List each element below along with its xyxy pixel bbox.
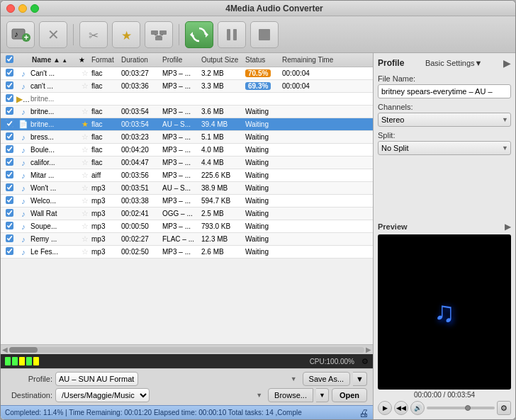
table-row[interactable]: ♪ Can't ... ☆ flac 00:03:27 MP3 – ... 3.… <box>1 67 373 80</box>
header-size[interactable]: Output Size <box>201 56 245 64</box>
right-panel: Profile Basic Settings▼ ▶ File Name: Cha… <box>374 53 515 419</box>
row-checkbox[interactable] <box>6 222 13 229</box>
table-row[interactable]: ♪ Boule... ☆ flac 00:04:20 MP3 – ... 4.0… <box>1 144 373 157</box>
table-row[interactable]: ♪ califor... ☆ flac 00:04:47 MP3 – ... 4… <box>1 157 373 169</box>
preview-expand-button[interactable]: ▶ <box>505 222 511 232</box>
row-checkbox[interactable] <box>6 247 13 255</box>
table-row[interactable]: 📄 britne... ★ flac 00:03:54 AU – S... 39… <box>1 118 373 131</box>
filename-input[interactable] <box>378 84 511 98</box>
header-name[interactable]: Name ▲ <box>30 56 79 64</box>
header-profile[interactable]: Profile <box>162 56 201 64</box>
open-button[interactable]: Open <box>332 388 367 402</box>
star-empty-icon[interactable]: ☆ <box>82 183 89 192</box>
save-as-button[interactable]: Save As... <box>303 372 351 386</box>
table-row[interactable]: ♪ Remy ... ☆ mp3 00:02:27 FLAC – ... 12.… <box>1 233 373 246</box>
header-duration[interactable]: Duration <box>121 56 162 64</box>
merge-button[interactable] <box>145 21 173 48</box>
delete-button[interactable]: ✕ <box>39 21 67 48</box>
star-empty-icon[interactable]: ☆ <box>82 107 89 115</box>
row-checkbox[interactable] <box>6 183 13 191</box>
preview-settings-button[interactable]: ⚙ <box>497 401 511 415</box>
row-checkbox[interactable] <box>6 132 13 140</box>
profile-select[interactable]: AU – SUN AU Format <box>55 372 138 386</box>
table-row[interactable]: ♪ Wall Rat ☆ mp3 00:02:41 OGG – ... 2.5 … <box>1 208 373 220</box>
cpu-seg-3 <box>19 357 25 365</box>
row-profile: MP3 – ... <box>162 171 201 179</box>
star-empty-icon[interactable]: ☆ <box>82 145 89 154</box>
table-row[interactable]: ♪ Soupe... ☆ mp3 00:00:50 MP3 – ... 793.… <box>1 220 373 233</box>
row-checkbox[interactable] <box>6 171 13 178</box>
row-duration: 00:03:36 <box>121 82 162 90</box>
star-empty-icon[interactable]: ☆ <box>82 171 89 179</box>
status-text: Waiting <box>245 210 269 217</box>
row-checkbox[interactable] <box>6 158 13 166</box>
row-checkbox[interactable] <box>6 196 13 204</box>
star-empty-icon[interactable]: ☆ <box>82 158 89 166</box>
header-remaining[interactable]: Remaining Time <box>282 56 339 64</box>
destination-select[interactable]: /Users/Maggie/Music <box>55 388 150 402</box>
table-row[interactable]: ♪ britne... ☆ flac 00:03:54 MP3 – ... 3.… <box>1 106 373 118</box>
row-checkbox[interactable] <box>6 209 13 217</box>
rp-settings-button[interactable]: Basic Settings▼ <box>425 59 483 67</box>
row-format: mp3 <box>91 248 121 256</box>
row-status: Waiting <box>245 184 282 192</box>
rp-header: Profile Basic Settings▼ ▶ <box>378 57 511 69</box>
star-empty-icon[interactable]: ☆ <box>82 222 89 230</box>
table-row[interactable]: ♪ Mitar ... ☆ aiff 00:03:56 MP3 – ... 22… <box>1 169 373 182</box>
star-empty-icon[interactable]: ☆ <box>82 69 89 77</box>
cut-button[interactable]: ✂ <box>79 21 108 48</box>
table-row[interactable]: ♪ bress... ☆ flac 00:03:23 MP3 – ... 5.1… <box>1 131 373 144</box>
stop-button[interactable] <box>250 21 279 48</box>
row-size: 3.3 MB <box>201 82 245 90</box>
star-empty-icon[interactable]: ☆ <box>82 209 89 217</box>
table-body[interactable]: ♪ Can't ... ☆ flac 00:03:27 MP3 – ... 3.… <box>1 67 373 344</box>
table-row[interactable]: ♪ can't ... ☆ flac 00:03:36 MP3 – ... 3.… <box>1 80 373 93</box>
split-select[interactable]: No Split <box>378 141 511 155</box>
add-files-button[interactable]: +♪ <box>6 21 35 48</box>
row-checkbox[interactable] <box>6 120 13 127</box>
horizontal-scrollbar[interactable]: ◀ ▶ <box>1 344 373 354</box>
svg-rect-9 <box>155 36 162 40</box>
convert-button[interactable] <box>185 21 213 48</box>
volume-thumb[interactable] <box>465 405 471 411</box>
pause-button[interactable] <box>218 21 246 48</box>
rewind-button[interactable]: ◀◀ <box>394 401 408 415</box>
save-as-arrow[interactable]: ▼ <box>353 372 367 386</box>
cpu-settings-icon[interactable]: ⚙ <box>361 357 369 366</box>
select-all-checkbox[interactable] <box>6 55 13 63</box>
volume-slider[interactable] <box>427 407 495 409</box>
header-format[interactable]: Format <box>91 56 121 64</box>
row-name: Soupe... <box>30 222 79 230</box>
minimize-button[interactable] <box>18 4 27 13</box>
play-button[interactable]: ▶ <box>378 401 392 415</box>
row-checkbox[interactable] <box>6 145 13 153</box>
row-format: flac <box>91 146 121 154</box>
star-empty-icon[interactable]: ☆ <box>82 247 89 256</box>
star-empty-icon[interactable]: ☆ <box>82 132 89 141</box>
browse-arrow-button[interactable]: ▼ <box>316 388 329 402</box>
row-checkbox[interactable] <box>6 234 13 242</box>
table-row[interactable]: ♪ Won't ... ☆ mp3 00:03:51 AU – S... 38.… <box>1 182 373 195</box>
header-status[interactable]: Status <box>245 56 282 64</box>
status-icon[interactable]: 🖨 <box>359 407 369 419</box>
row-format: flac <box>91 133 121 141</box>
favorite-button[interactable]: ★ <box>112 21 140 48</box>
close-button[interactable] <box>6 4 15 13</box>
maximize-button[interactable] <box>30 4 39 13</box>
row-checkbox[interactable] <box>6 81 13 89</box>
row-checkbox[interactable] <box>6 94 13 102</box>
table-row[interactable]: ♪ Welco... ☆ mp3 00:03:38 MP3 – ... 594.… <box>1 195 373 208</box>
star-empty-icon[interactable]: ☆ <box>82 196 89 205</box>
table-row[interactable]: ♪ Le Fes... ☆ mp3 00:02:50 MP3 – ... 2.6… <box>1 246 373 259</box>
row-checkbox[interactable] <box>6 107 13 115</box>
volume-button[interactable]: 🔊 <box>410 401 425 415</box>
star-empty-icon[interactable]: ☆ <box>82 81 89 90</box>
star-icon[interactable]: ★ <box>82 120 89 128</box>
browse-button[interactable]: Browse... <box>268 388 313 402</box>
star-empty-icon[interactable]: ☆ <box>82 234 89 243</box>
channels-select[interactable]: Stereo <box>378 113 511 127</box>
rp-next-button[interactable]: ▶ <box>503 57 511 69</box>
row-checkbox[interactable] <box>6 69 13 76</box>
status-badge: 70.5% <box>245 69 271 77</box>
table-row[interactable]: ▶ 📁 britne... <box>1 93 373 106</box>
